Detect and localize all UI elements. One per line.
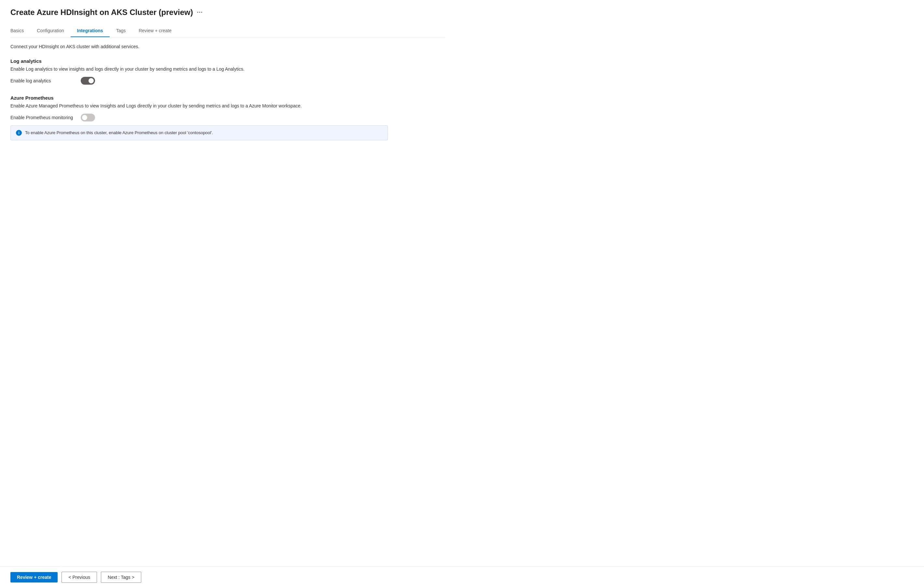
more-options-icon[interactable]: ··· bbox=[197, 9, 203, 16]
prometheus-info-box: i To enable Azure Prometheus on this clu… bbox=[10, 126, 388, 140]
previous-button[interactable]: < Previous bbox=[61, 572, 97, 583]
tab-basics[interactable]: Basics bbox=[10, 25, 30, 37]
azure-prometheus-title: Azure Prometheus bbox=[10, 95, 445, 101]
info-icon: i bbox=[16, 130, 22, 136]
log-analytics-title: Log analytics bbox=[10, 58, 445, 64]
tab-review-create[interactable]: Review + create bbox=[132, 25, 178, 37]
log-analytics-toggle-label: Enable log analytics bbox=[10, 78, 76, 83]
footer: Review + create < Previous Next : Tags > bbox=[0, 566, 924, 588]
tab-tags[interactable]: Tags bbox=[110, 25, 132, 37]
log-analytics-description: Enable Log analytics to view insights an… bbox=[10, 66, 304, 72]
log-analytics-toggle[interactable] bbox=[81, 77, 95, 85]
review-create-button[interactable]: Review + create bbox=[10, 572, 58, 583]
prometheus-toggle-label: Enable Prometheus monitoring bbox=[10, 115, 76, 120]
azure-prometheus-description: Enable Azure Managed Prometheus to view … bbox=[10, 103, 304, 108]
log-analytics-field-row: Enable log analytics bbox=[10, 77, 445, 85]
tab-configuration[interactable]: Configuration bbox=[30, 25, 70, 37]
page-title: Create Azure HDInsight on AKS Cluster (p… bbox=[10, 8, 193, 17]
prometheus-toggle[interactable] bbox=[81, 114, 95, 121]
tab-integrations[interactable]: Integrations bbox=[71, 25, 110, 37]
next-button[interactable]: Next : Tags > bbox=[101, 572, 141, 583]
log-analytics-section: Log analytics Enable Log analytics to vi… bbox=[10, 58, 445, 87]
prometheus-info-text: To enable Azure Prometheus on this clust… bbox=[25, 130, 213, 136]
tabs-nav: Basics Configuration Integrations Tags R… bbox=[10, 25, 445, 38]
prometheus-field-row: Enable Prometheus monitoring bbox=[10, 114, 445, 121]
azure-prometheus-section: Azure Prometheus Enable Azure Managed Pr… bbox=[10, 95, 445, 140]
page-description: Connect your HDInsight on AKS cluster wi… bbox=[10, 44, 445, 49]
